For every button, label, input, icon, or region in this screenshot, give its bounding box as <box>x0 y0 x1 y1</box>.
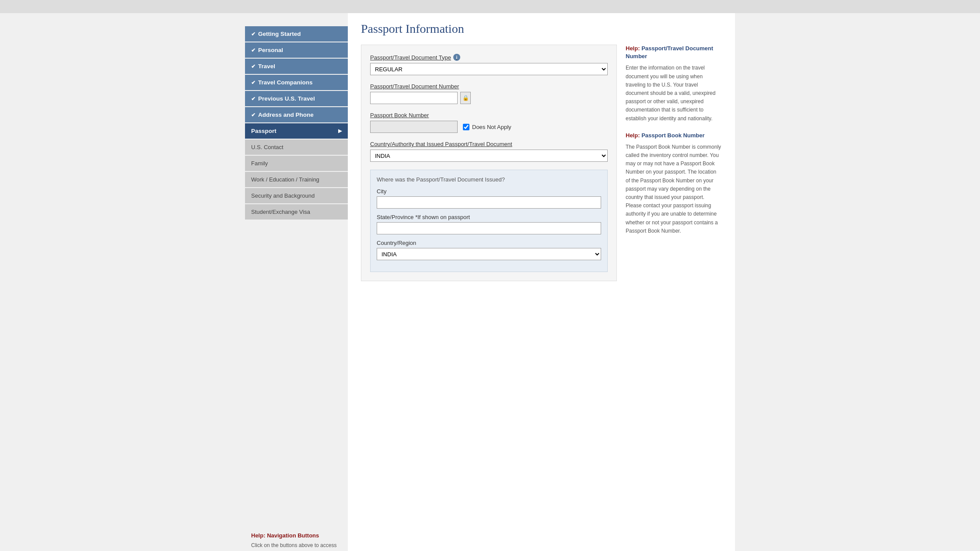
sidebar-item-label: Family <box>251 160 268 167</box>
sidebar-help-body: Click on the buttons above to access pre… <box>251 541 342 551</box>
sidebar-item-label: Security and Background <box>251 192 315 199</box>
sidebar-item-label: Travel <box>258 63 275 70</box>
sidebar-item-getting-started[interactable]: ✔ Getting Started <box>245 26 348 42</box>
city-label: City <box>377 188 601 195</box>
help-heading-2: Help: Passport Book Number <box>626 132 722 139</box>
form-panel: Passport/Travel Document Type i REGULAR … <box>361 45 617 281</box>
issued-section: Where was the Passport/Travel Document I… <box>370 170 608 272</box>
sidebar-item-personal[interactable]: ✔ Personal <box>245 42 348 58</box>
sidebar-help-title: Help: Navigation Buttons <box>251 532 342 539</box>
sidebar-item-label: Previous U.S. Travel <box>258 95 315 102</box>
passport-doc-number-group: Passport/Travel Document Number 🔒 <box>370 83 608 104</box>
sidebar: ✔ Getting Started ✔ Personal ✔ Travel ✔ … <box>245 13 348 551</box>
sidebar-item-travel-companions[interactable]: ✔ Travel Companions <box>245 75 348 90</box>
help-label-1: Help: <box>626 45 640 52</box>
sidebar-item-security-background[interactable]: Security and Background <box>245 188 348 203</box>
sidebar-item-family[interactable]: Family <box>245 156 348 171</box>
sidebar-help: Help: Navigation Buttons Click on the bu… <box>245 525 348 551</box>
country-issued-select[interactable]: INDIA UNITED STATES UNITED KINGDOM CANAD… <box>370 150 608 162</box>
sidebar-item-student-exchange-visa[interactable]: Student/Exchange Visa <box>245 204 348 220</box>
sidebar-item-travel[interactable]: ✔ Travel <box>245 59 348 74</box>
help-label-2: Help: <box>626 132 640 139</box>
sidebar-item-work-education-training[interactable]: Work / Education / Training <box>245 172 348 187</box>
city-input[interactable] <box>377 196 601 209</box>
passport-book-number-group: Passport Book Number Does Not Apply <box>370 112 608 133</box>
checkmark-icon: ✔ <box>251 112 256 118</box>
sidebar-item-label: Passport <box>251 128 276 134</box>
sidebar-nav: ✔ Getting Started ✔ Personal ✔ Travel ✔ … <box>245 26 348 516</box>
sidebar-item-label: Student/Exchange Visa <box>251 209 310 215</box>
lock-icon: 🔒 <box>462 95 469 101</box>
issued-section-title: Where was the Passport/Travel Document I… <box>377 176 601 183</box>
help-section-1: Help: Passport/Travel Document Number En… <box>626 45 722 123</box>
passport-doc-type-label: Passport/Travel Document Type i <box>370 54 608 61</box>
country-region-label: Country/Region <box>377 240 601 246</box>
help-body-1: Enter the information on the travel docu… <box>626 64 722 122</box>
sidebar-item-label: Personal <box>258 47 283 53</box>
help-topic-2: Passport Book Number <box>641 132 704 139</box>
passport-book-number-label: Passport Book Number <box>370 112 608 119</box>
country-issued-label: Country/Authority that Issued Passport/T… <box>370 141 608 147</box>
state-province-label: State/Province *If shown on passport <box>377 214 601 220</box>
help-panel: Help: Passport/Travel Document Number En… <box>626 45 722 281</box>
sidebar-item-address-and-phone[interactable]: ✔ Address and Phone <box>245 107 348 122</box>
state-province-group: State/Province *If shown on passport <box>377 214 601 234</box>
sidebar-item-label: Work / Education / Training <box>251 176 319 183</box>
help-section-2: Help: Passport Book Number The Passport … <box>626 132 722 235</box>
country-issued-group: Country/Authority that Issued Passport/T… <box>370 141 608 162</box>
arrow-right-icon: ▶ <box>338 128 342 134</box>
page-title: Passport Information <box>361 22 722 36</box>
passport-doc-type-group: Passport/Travel Document Type i REGULAR … <box>370 54 608 75</box>
checkmark-icon: ✔ <box>251 80 256 86</box>
country-region-select[interactable]: INDIA UNITED STATES UNITED KINGDOM CANAD… <box>377 248 601 260</box>
passport-doc-type-select[interactable]: REGULAR OFFICIAL DIPLOMATIC OTHER <box>370 63 608 75</box>
does-not-apply-text: Does Not Apply <box>472 124 511 130</box>
help-heading-1: Help: Passport/Travel Document Number <box>626 45 722 60</box>
passport-doc-number-input[interactable] <box>370 92 458 104</box>
lock-icon-button[interactable]: 🔒 <box>460 92 471 104</box>
city-group: City <box>377 188 601 209</box>
country-region-group: Country/Region INDIA UNITED STATES UNITE… <box>377 240 601 260</box>
does-not-apply-label: Does Not Apply <box>463 124 511 130</box>
sidebar-item-label: Getting Started <box>258 31 301 37</box>
sidebar-item-passport[interactable]: Passport ▶ <box>245 123 348 139</box>
sidebar-item-label: Travel Companions <box>258 79 313 86</box>
checkmark-icon: ✔ <box>251 31 256 37</box>
passport-number-row: 🔒 <box>370 92 608 104</box>
main-content: Passport Information Passport/Travel Doc… <box>348 13 735 551</box>
form-container: Passport/Travel Document Type i REGULAR … <box>361 45 722 281</box>
checkmark-icon: ✔ <box>251 63 256 70</box>
sidebar-item-label: Address and Phone <box>258 112 314 118</box>
sidebar-help-topic: Navigation Buttons <box>267 532 319 539</box>
checkmark-icon: ✔ <box>251 96 256 102</box>
book-number-row: Does Not Apply <box>370 121 608 133</box>
checkmark-icon: ✔ <box>251 47 256 53</box>
does-not-apply-checkbox[interactable] <box>463 124 469 130</box>
sidebar-help-label: Help: <box>251 532 266 539</box>
sidebar-item-previous-us-travel[interactable]: ✔ Previous U.S. Travel <box>245 91 348 106</box>
info-icon[interactable]: i <box>453 54 460 61</box>
sidebar-item-label: U.S. Contact <box>251 144 284 150</box>
help-body-2: The Passport Book Number is commonly cal… <box>626 143 722 235</box>
state-province-input[interactable] <box>377 222 601 234</box>
passport-doc-number-label: Passport/Travel Document Number <box>370 83 608 90</box>
sidebar-item-us-contact[interactable]: U.S. Contact <box>245 139 348 155</box>
passport-book-number-input[interactable] <box>370 121 458 133</box>
